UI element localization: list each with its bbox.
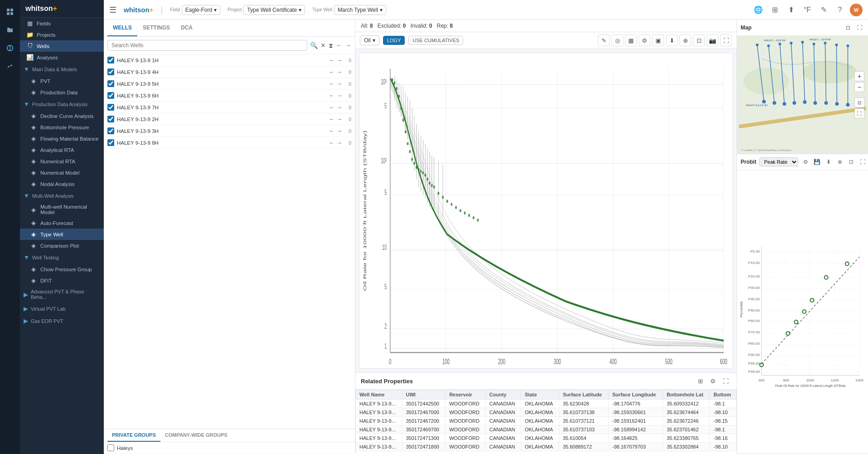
sidebar-item-type-well[interactable]: ◈ Type Well xyxy=(20,229,104,240)
probit-download-icon[interactable]: ⬇ xyxy=(824,157,834,167)
well-arrow-left-1[interactable]: ← xyxy=(329,68,335,75)
probit-expand-icon[interactable]: ⛶ xyxy=(858,157,868,167)
well-arrow-right-2[interactable]: → xyxy=(336,80,342,87)
project-dropdown[interactable]: Type Well Certificate ▾ xyxy=(243,5,305,15)
search-icon[interactable]: 🔍 xyxy=(310,42,318,49)
sidebar-item-mwn[interactable]: ◈ Multi-well Numerical Model xyxy=(20,202,104,217)
section-virtual-pvt[interactable]: ▶ Virtual PVT Lab xyxy=(20,303,104,315)
sidebar-item-chow[interactable]: ◈ Chow Pressure Group xyxy=(20,264,104,275)
tab-settings[interactable]: SETTINGS xyxy=(137,20,175,36)
section-pda[interactable]: ▼ Production Data Analysis xyxy=(20,98,104,110)
chart-type-dropdown[interactable]: Oil ▾ xyxy=(360,35,379,45)
probit-zoom-icon[interactable]: ⊕ xyxy=(835,157,845,167)
sidebar-item-analytical-rta[interactable]: ◈ Analytical RTA xyxy=(20,144,104,156)
download-tool[interactable]: ⬇ xyxy=(666,34,678,46)
settings-tool[interactable]: ⚙ xyxy=(639,34,650,46)
sidebar-item-analyses[interactable]: 📊 Analyses xyxy=(20,52,104,63)
section-well-testing[interactable]: ▼ Well Testing xyxy=(20,251,104,264)
well-arrow-right-3[interactable]: → xyxy=(336,92,342,99)
draw-tool[interactable]: ✎ xyxy=(598,34,610,46)
zoom-reset-tool[interactable]: ⊡ xyxy=(693,34,705,46)
related-props-columns-icon[interactable]: ⊞ xyxy=(695,376,706,386)
well-arrow-right-4[interactable]: → xyxy=(336,104,342,111)
lasso-tool[interactable]: ◎ xyxy=(611,34,623,46)
well-arrow-right-5[interactable]: → xyxy=(336,116,342,122)
sidebar-item-production-data[interactable]: ◈ Production Data xyxy=(20,87,104,98)
well-checkbox-6[interactable] xyxy=(107,127,114,134)
projects-icon[interactable] xyxy=(2,22,18,38)
well-arrow-right-6[interactable]: → xyxy=(336,127,342,134)
map-collapse-icon[interactable]: ⊡ xyxy=(843,23,853,33)
probit-mode-dropdown[interactable]: Peak Rate EUR IP30 xyxy=(759,157,798,166)
temp-icon[interactable]: °F xyxy=(801,4,814,16)
section-mwa[interactable]: ▼ Multi-Well Analysis xyxy=(20,190,104,202)
related-props-expand-icon[interactable]: ⛶ xyxy=(720,376,731,386)
probit-collapse-icon[interactable]: ⊡ xyxy=(846,157,856,167)
tab-company-groups[interactable]: COMPANY-WIDE GROUPS xyxy=(160,429,232,442)
tab-private-groups[interactable]: PRIVATE GROUPS xyxy=(107,429,160,442)
sidebar-item-pvt[interactable]: ◈ PVT xyxy=(20,75,104,87)
map-zoom-out[interactable]: − xyxy=(854,82,864,92)
probit-save-icon[interactable]: 💾 xyxy=(812,157,822,167)
map-icon-2[interactable]: ⛶ xyxy=(854,108,864,118)
edit-icon[interactable]: ✎ xyxy=(817,4,830,16)
well-arrow-left-2[interactable]: ← xyxy=(329,80,335,87)
logy-btn[interactable]: LOGY xyxy=(383,36,405,45)
well-arrow-left-5[interactable]: ← xyxy=(329,116,335,122)
well-checkbox-4[interactable] xyxy=(107,104,114,111)
sidebar-item-fmb[interactable]: ◈ Flowing Material Balance xyxy=(20,133,104,144)
well-checkbox-0[interactable] xyxy=(107,57,114,63)
probit-settings-icon[interactable]: ⚙ xyxy=(801,157,811,167)
well-arrow-right-1[interactable]: → xyxy=(336,68,342,75)
help-icon[interactable]: ? xyxy=(834,4,846,16)
related-props-settings-icon[interactable]: ⚙ xyxy=(708,376,718,386)
menu-toggle[interactable]: ☰ xyxy=(109,5,116,15)
cumulative-btn[interactable]: USE CUMULATIVES xyxy=(408,36,463,45)
sidebar-item-dfit[interactable]: ◈ DFIT xyxy=(20,275,104,286)
user-avatar[interactable]: W xyxy=(850,4,863,16)
well-arrow-right-7[interactable]: → xyxy=(336,139,342,146)
well-arrow-left-0[interactable]: ← xyxy=(329,57,335,63)
sidebar-item-auto-forecast[interactable]: ◈ Auto-Forecast xyxy=(20,217,104,229)
well-checkbox-5[interactable] xyxy=(107,116,114,122)
well-checkbox-1[interactable] xyxy=(107,68,114,75)
sidebar-item-bh-pressure[interactable]: ◈ Bottomhole Pressure xyxy=(20,122,104,133)
sidebar-item-wells[interactable]: ⛉ Wells xyxy=(20,40,104,52)
analyses-icon[interactable] xyxy=(2,58,18,74)
area-tool[interactable]: ▣ xyxy=(652,34,664,46)
type-well-dropdown[interactable]: March Type Well ▾ xyxy=(334,5,386,15)
tab-dca[interactable]: DCA xyxy=(175,20,198,36)
section-gas-eor[interactable]: ▶ Gas EOR PVT xyxy=(20,315,104,327)
share-icon[interactable]: ⬆ xyxy=(785,4,797,16)
filter-icon[interactable]: ⧗ xyxy=(329,42,333,49)
well-checkbox-2[interactable] xyxy=(107,80,114,87)
map-icon-1[interactable]: ⊡ xyxy=(854,98,864,107)
group-checkbox-haleys[interactable] xyxy=(107,444,114,451)
sidebar-item-numerical-model[interactable]: ◈ Numerical Model xyxy=(20,167,104,178)
clear-search-icon[interactable]: ✕ xyxy=(320,42,326,49)
sidebar-item-comparison-plot[interactable]: ◈ Comparison Plot xyxy=(20,240,104,251)
field-dropdown[interactable]: Eagle-Ford ▾ xyxy=(182,5,220,15)
well-arrow-left-6[interactable]: ← xyxy=(329,127,335,134)
map-zoom-in[interactable]: + xyxy=(854,71,864,81)
fields-icon[interactable] xyxy=(2,4,18,20)
sidebar-item-dca[interactable]: ◈ Decline Curve Analysis xyxy=(20,110,104,122)
wells-icon[interactable] xyxy=(2,40,18,56)
table-tool[interactable]: ▦ xyxy=(625,34,637,46)
tab-wells[interactable]: WELLS xyxy=(107,20,137,36)
back-arrow-icon[interactable]: ← xyxy=(336,42,342,49)
sidebar-item-fields[interactable]: ▦ Fields xyxy=(20,18,104,29)
well-checkbox-7[interactable] xyxy=(107,139,114,146)
sidebar-item-numerical-rta[interactable]: ◈ Numerical RTA xyxy=(20,156,104,167)
map-expand-icon[interactable]: ⛶ xyxy=(854,23,864,33)
globe-icon[interactable]: 🌐 xyxy=(752,4,765,16)
well-checkbox-3[interactable] xyxy=(107,92,114,99)
well-arrow-left-7[interactable]: ← xyxy=(329,139,335,146)
zoom-in-tool[interactable]: ⊕ xyxy=(679,34,691,46)
forward-arrow-icon[interactable]: → xyxy=(345,42,351,49)
grid-icon[interactable]: ⊞ xyxy=(768,4,781,16)
section-advanced-pvt[interactable]: ▶ Advanced PVT & Phase Beha... xyxy=(20,286,104,303)
well-arrow-right-0[interactable]: → xyxy=(336,57,342,63)
image-tool[interactable]: 📷 xyxy=(707,34,718,46)
section-main-data[interactable]: ▼ Main Data & Models xyxy=(20,63,104,75)
